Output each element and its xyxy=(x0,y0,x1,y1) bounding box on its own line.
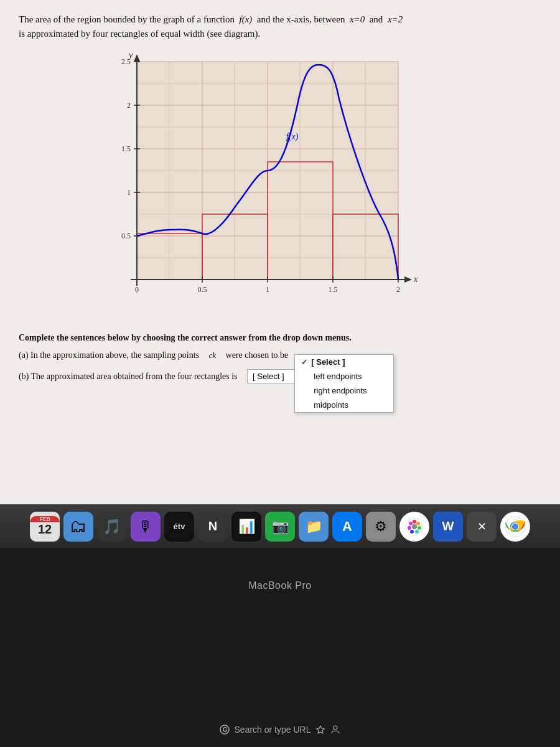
dock-music[interactable]: 🎵 xyxy=(97,512,127,542)
problem-text-and: and xyxy=(370,14,383,24)
problem-text-line1: The area of the region bounded by the gr… xyxy=(19,14,235,24)
dock-calendar[interactable]: FEB 12 xyxy=(30,512,60,542)
dock-appstore[interactable]: A xyxy=(332,512,362,542)
svg-marker-26 xyxy=(404,276,412,283)
svg-text:f(x): f(x) xyxy=(286,132,299,142)
instruction-text: Complete the sentences below by choosing… xyxy=(19,333,541,343)
macbook-label: MacBook Pro xyxy=(0,580,560,591)
svg-marker-25 xyxy=(134,54,140,62)
func-label-inline: f(x) xyxy=(239,14,252,24)
dock-podcasts[interactable]: 🎙 xyxy=(131,512,161,542)
svg-point-61 xyxy=(512,524,518,530)
svg-marker-64 xyxy=(317,726,324,733)
svg-point-56 xyxy=(408,526,411,530)
svg-point-50 xyxy=(412,524,417,529)
person-icon[interactable] xyxy=(330,725,340,735)
svg-point-55 xyxy=(410,530,414,533)
svg-text:0.5: 0.5 xyxy=(198,285,207,294)
svg-text:1.5: 1.5 xyxy=(329,285,338,294)
svg-text:G: G xyxy=(223,726,228,733)
check-icon: ✓ xyxy=(301,358,307,367)
svg-text:0.5: 0.5 xyxy=(121,232,131,240)
svg-point-54 xyxy=(415,530,419,533)
dock-tv[interactable]: étv xyxy=(164,512,194,542)
sentences-area: Complete the sentences below by choosing… xyxy=(19,327,541,398)
svg-text:0: 0 xyxy=(135,285,139,294)
graph-container: y x 0.5 1 1.5 2 2.5 0 0.5 1 1.5 2 xyxy=(19,49,541,317)
svg-text:1: 1 xyxy=(266,285,269,294)
dropdown-a-option-right[interactable]: right endpoints xyxy=(295,383,393,398)
search-label[interactable]: Search or type URL xyxy=(235,725,311,735)
dock-close-x[interactable]: ✕ xyxy=(467,512,497,542)
svg-point-65 xyxy=(334,726,337,730)
sentence-b-row: (b) The approximated area obtained from … xyxy=(19,369,541,383)
problem-text-line2: is approximated by four rectangles of eq… xyxy=(19,29,260,39)
google-icon: G xyxy=(220,725,230,735)
svg-point-57 xyxy=(409,522,413,525)
taskbar: FEB 12 🗂 🎵 🎙 étv N 📊 📷 📁 A ⚙ W ✕ xyxy=(0,504,560,548)
eq1: x=0 xyxy=(350,14,365,24)
dropdown-a-option-select[interactable]: ✓ [ Select ] xyxy=(295,355,393,369)
dock-stocks[interactable]: 📊 xyxy=(231,512,261,542)
dropdown-a-open: ✓ [ Select ] left endpoints right endpoi… xyxy=(294,354,394,413)
svg-text:2: 2 xyxy=(396,285,400,294)
graph-svg: y x 0.5 1 1.5 2 2.5 0 0.5 1 1.5 2 xyxy=(100,49,423,311)
svg-point-53 xyxy=(418,526,421,530)
dock-facetime[interactable]: 📷 xyxy=(265,512,295,542)
svg-text:2: 2 xyxy=(127,101,131,110)
svg-point-51 xyxy=(413,520,416,524)
ck-symbol: ck xyxy=(209,350,217,360)
svg-text:1: 1 xyxy=(127,188,131,197)
dropdown-a-option-left[interactable]: left endpoints xyxy=(295,369,393,383)
problem-text-line1b: and the x-axis, between xyxy=(257,14,345,24)
svg-text:x: x xyxy=(413,275,418,284)
dock-siri[interactable]: N xyxy=(198,512,228,542)
sentence-a-row: (a) In the approximation above, the samp… xyxy=(19,350,541,360)
eq2: x=2 xyxy=(388,14,403,24)
dock-finder[interactable]: 🗂 xyxy=(63,512,93,542)
calendar-month: FEB xyxy=(30,516,60,522)
sentence-a-prefix: (a) In the approximation above, the samp… xyxy=(19,350,199,360)
problem-statement: The area of the region bounded by the gr… xyxy=(19,12,541,40)
sentence-b-prefix: (b) The approximated area obtained from … xyxy=(19,372,238,382)
svg-text:1.5: 1.5 xyxy=(121,144,131,153)
dropdown-a-option-mid[interactable]: midpoints xyxy=(295,398,393,412)
graph-area: y x 0.5 1 1.5 2 2.5 0 0.5 1 1.5 2 xyxy=(100,49,460,317)
dock-settings[interactable]: ⚙ xyxy=(366,512,396,542)
dock-word[interactable]: W xyxy=(433,512,463,542)
dock-chrome[interactable] xyxy=(500,512,530,542)
search-bar[interactable]: G Search or type URL xyxy=(0,725,560,735)
dock-photos[interactable] xyxy=(399,512,429,542)
svg-point-52 xyxy=(416,522,420,525)
calendar-day: 12 xyxy=(38,522,52,537)
main-content: The area of the region bounded by the gr… xyxy=(0,0,560,510)
star-icon[interactable] xyxy=(315,725,325,735)
dock-files[interactable]: 📁 xyxy=(299,512,329,542)
svg-text:2.5: 2.5 xyxy=(121,57,131,66)
sentence-a-suffix: were chosen to be xyxy=(226,350,289,360)
